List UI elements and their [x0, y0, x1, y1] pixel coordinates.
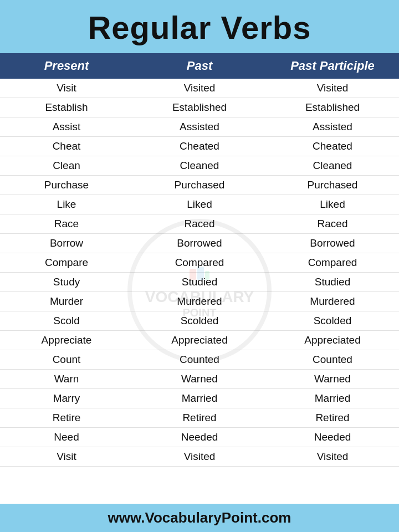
table-row: BorrowBorrowedBorrowed — [0, 234, 399, 253]
present-cell: Scold — [0, 311, 133, 330]
past-cell: Established — [133, 98, 266, 117]
participle-cell: Assisted — [266, 117, 399, 136]
participle-cell: Retired — [266, 408, 399, 427]
past-cell: Warned — [133, 370, 266, 388]
present-cell: Borrow — [0, 234, 133, 253]
present-cell: Study — [0, 273, 133, 291]
participle-cell: Purchased — [266, 176, 399, 195]
table-row: CountCountedCounted — [0, 350, 399, 370]
participle-cell: Cheated — [266, 137, 399, 156]
participle-cell: Warned — [266, 370, 399, 388]
participle-cell: Raced — [266, 214, 399, 233]
col-past-participle: Past Participle — [266, 59, 399, 73]
table-row: NeedNeededNeeded — [0, 428, 399, 447]
participle-cell: Compared — [266, 253, 399, 272]
participle-cell: Visited — [266, 79, 399, 98]
present-cell: Compare — [0, 253, 133, 272]
column-headers: Present Past Past Participle — [0, 53, 399, 79]
present-cell: Count — [0, 350, 133, 369]
participle-cell: Cleaned — [266, 156, 399, 175]
table-row: WarnWarnedWarned — [0, 370, 399, 389]
table-row: MarryMarriedMarried — [0, 389, 399, 408]
past-cell: Murdered — [133, 292, 266, 311]
table-row: VisitVisitedVisited — [0, 447, 399, 467]
present-cell: Cheat — [0, 137, 133, 156]
past-cell: Cheated — [133, 137, 266, 156]
present-cell: Clean — [0, 156, 133, 175]
past-cell: Borrowed — [133, 234, 266, 253]
present-cell: Establish — [0, 98, 133, 117]
past-cell: Married — [133, 389, 266, 408]
present-cell: Warn — [0, 370, 133, 388]
table-row: CompareComparedCompared — [0, 253, 399, 273]
participle-cell: Needed — [266, 428, 399, 447]
participle-cell: Scolded — [266, 311, 399, 330]
present-cell: Purchase — [0, 176, 133, 195]
participle-cell: Visited — [266, 447, 399, 466]
table-row: LikeLikedLiked — [0, 195, 399, 214]
participle-cell: Established — [266, 98, 399, 117]
present-cell: Murder — [0, 292, 133, 311]
present-cell: Visit — [0, 447, 133, 466]
participle-cell: Married — [266, 389, 399, 408]
table-row: MurderMurderedMurdered — [0, 292, 399, 311]
participle-cell: Studied — [266, 273, 399, 291]
participle-cell: Liked — [266, 195, 399, 214]
past-cell: Retired — [133, 408, 266, 427]
past-cell: Liked — [133, 195, 266, 214]
participle-cell: Borrowed — [266, 234, 399, 253]
past-cell: Purchased — [133, 176, 266, 195]
present-cell: Retire — [0, 408, 133, 427]
past-cell: Visited — [133, 79, 266, 98]
past-cell: Appreciated — [133, 331, 266, 350]
footer-text: www.VocabularyPoint.com — [108, 509, 291, 526]
past-cell: Cleaned — [133, 156, 266, 175]
past-cell: Studied — [133, 273, 266, 291]
present-cell: Assist — [0, 117, 133, 136]
present-cell: Marry — [0, 389, 133, 408]
table-row: AssistAssistedAssisted — [0, 117, 399, 137]
past-cell: Scolded — [133, 311, 266, 330]
past-cell: Visited — [133, 447, 266, 466]
table-row: RaceRacedRaced — [0, 214, 399, 234]
participle-cell: Appreciated — [266, 331, 399, 350]
participle-cell: Counted — [266, 350, 399, 369]
table-row: VisitVisitedVisited — [0, 79, 399, 98]
present-cell: Visit — [0, 79, 133, 98]
present-cell: Race — [0, 214, 133, 233]
table-body: VOCABULARY POINT VisitVisitedVisitedEsta… — [0, 79, 399, 504]
table-row: ScoldScoldedScolded — [0, 311, 399, 331]
past-cell: Counted — [133, 350, 266, 369]
past-cell: Compared — [133, 253, 266, 272]
table-row: CheatCheatedCheated — [0, 137, 399, 156]
table-row: AppreciateAppreciatedAppreciated — [0, 331, 399, 350]
past-cell: Needed — [133, 428, 266, 447]
page-title: Regular Verbs — [6, 10, 393, 45]
table-row: PurchasePurchasedPurchased — [0, 176, 399, 195]
present-cell: Appreciate — [0, 331, 133, 350]
col-present: Present — [0, 59, 133, 73]
past-cell: Assisted — [133, 117, 266, 136]
footer: www.VocabularyPoint.com — [0, 504, 399, 532]
table-row: RetireRetiredRetired — [0, 408, 399, 428]
past-cell: Raced — [133, 214, 266, 233]
table-row: EstablishEstablishedEstablished — [0, 98, 399, 117]
present-cell: Need — [0, 428, 133, 447]
participle-cell: Murdered — [266, 292, 399, 311]
present-cell: Like — [0, 195, 133, 214]
table-row: StudyStudiedStudied — [0, 273, 399, 292]
col-past: Past — [133, 59, 266, 73]
header-section: Regular Verbs — [0, 0, 399, 53]
table-row: CleanCleanedCleaned — [0, 156, 399, 176]
